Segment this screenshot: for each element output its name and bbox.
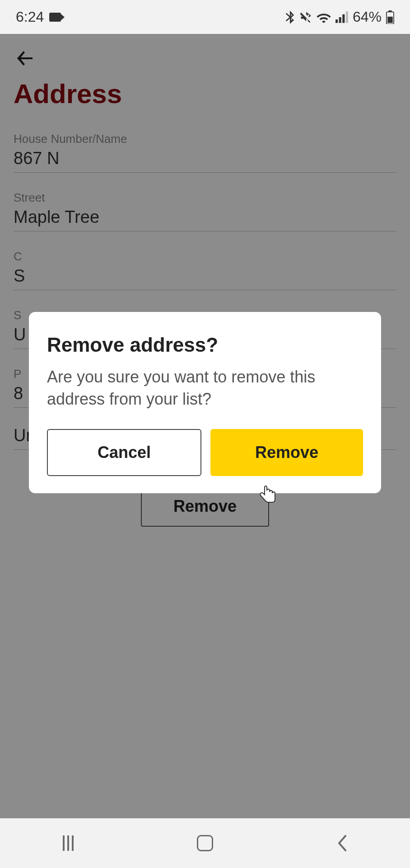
status-right: 64%: [285, 9, 394, 25]
dialog-message: Are you sure you want to remove this add…: [47, 366, 363, 410]
clock-text: 6:24: [16, 9, 44, 25]
back-nav-button[interactable]: [328, 830, 355, 857]
wifi-icon: [317, 11, 331, 23]
battery-icon: [386, 10, 394, 24]
home-button[interactable]: [191, 830, 219, 857]
signal-icon: [335, 11, 348, 23]
recents-button[interactable]: [55, 830, 82, 857]
modal-scrim[interactable]: Remove address? Are you sure you want to…: [0, 34, 410, 818]
svg-rect-3: [346, 11, 348, 23]
svg-rect-1: [339, 17, 341, 23]
status-left: 6:24: [16, 9, 61, 25]
chevron-left-icon: [336, 835, 347, 851]
system-nav-bar: [0, 818, 410, 868]
cancel-button[interactable]: Cancel: [47, 429, 201, 476]
confirm-remove-button[interactable]: Remove: [210, 429, 363, 476]
svg-rect-6: [387, 16, 393, 23]
dialog-title: Remove address?: [47, 334, 363, 356]
app-content: Address House Number/Name 867 N Street M…: [0, 34, 410, 818]
battery-percent-text: 64%: [353, 9, 382, 25]
camera-icon: [49, 13, 61, 22]
vibrate-icon: [299, 11, 312, 24]
svg-rect-2: [342, 14, 345, 23]
status-bar: 6:24 64%: [0, 0, 410, 34]
confirm-dialog: Remove address? Are you sure you want to…: [29, 312, 381, 493]
dialog-actions: Cancel Remove: [47, 429, 363, 476]
bluetooth-icon: [285, 10, 295, 24]
home-icon: [197, 835, 213, 851]
recents-icon: [63, 835, 74, 851]
svg-rect-0: [335, 19, 338, 23]
